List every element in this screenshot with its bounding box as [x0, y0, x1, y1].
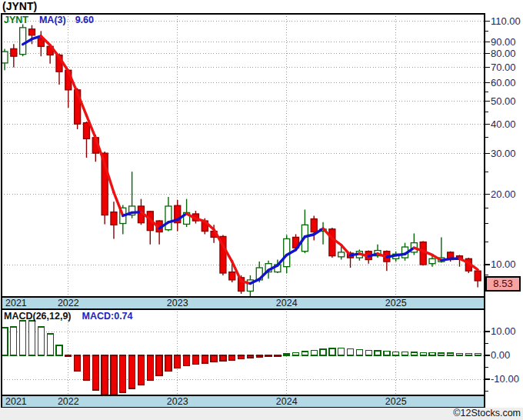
macd-bar	[329, 348, 335, 355]
macd-bar	[411, 352, 417, 355]
candle-body	[229, 272, 235, 280]
macd-bar	[393, 352, 399, 355]
macd-bar	[275, 355, 281, 356]
macd-bar	[301, 352, 308, 355]
macd-bar	[475, 354, 481, 355]
macd-bar	[448, 353, 454, 355]
macd-bar	[120, 355, 126, 392]
year-label: 2021	[5, 298, 27, 308]
footer-strip	[0, 408, 523, 420]
macd-bar	[265, 355, 271, 356]
stock-chart-svg: 2021202220232024202520212022202320242025…	[0, 0, 523, 420]
macd-bar	[457, 353, 463, 355]
price-axis-label: 90.00	[491, 36, 516, 48]
macd-bar	[47, 334, 53, 355]
price-axis-label: 10.00	[491, 258, 516, 270]
ma-line-segment	[132, 212, 142, 213]
macd-bar	[420, 352, 426, 355]
price-axis-label: 30.00	[491, 148, 516, 159]
macd-bar	[102, 355, 108, 395]
price-axis-label: 80.00	[491, 48, 516, 59]
macd-bar	[65, 355, 72, 357]
year-label: 2021	[5, 396, 27, 407]
chart-page: 2021202220232024202520212022202320242025…	[0, 0, 523, 420]
last-price-label: 8.53	[493, 278, 512, 289]
candle-body	[11, 48, 17, 56]
candle-body	[429, 258, 435, 263]
macd-bar	[384, 352, 390, 355]
macd-bar	[20, 321, 26, 355]
macd-bar	[229, 355, 235, 360]
copyright-watermark: ©12Stocks.com	[453, 408, 521, 418]
candle-body	[475, 271, 481, 281]
macd-bar	[2, 328, 8, 355]
year-label: 2025	[385, 396, 407, 407]
ma-label: MA(3)	[39, 15, 66, 25]
candle-body	[338, 252, 345, 257]
macd-bar	[356, 350, 362, 355]
macd-bar	[348, 348, 354, 355]
macd-bar	[165, 355, 172, 371]
price-axis-label: 40.00	[491, 118, 516, 130]
macd-bar	[247, 355, 253, 358]
year-label: 2023	[167, 396, 188, 407]
ma-value: 9.60	[75, 15, 94, 25]
candle-body	[83, 123, 89, 139]
price-axis-label: 70.00	[491, 62, 516, 73]
macd-bar	[220, 355, 226, 361]
macd-current-value: MACD:0.74	[82, 311, 133, 322]
macd-bar	[138, 355, 144, 385]
macd-bar	[111, 355, 117, 395]
macd-bar	[338, 348, 345, 355]
macd-bar	[429, 353, 435, 355]
ma-line-segment	[387, 255, 396, 257]
macd-bar	[38, 327, 44, 355]
candle-body	[28, 29, 35, 35]
year-label: 2022	[58, 396, 79, 407]
price-axis-label: 50.00	[491, 95, 516, 107]
macd-bar	[92, 355, 98, 390]
macd-bar	[129, 355, 135, 388]
candle-body	[329, 229, 335, 256]
price-axis-label: 110.00	[491, 15, 521, 27]
candle-body	[2, 52, 8, 63]
macd-bar	[375, 351, 381, 355]
price-panel-frame	[2, 14, 485, 297]
ticker-symbol-label: JYNT	[4, 15, 28, 25]
macd-bar	[465, 354, 471, 355]
year-label: 2024	[276, 298, 298, 308]
price-axis-label: 20.00	[491, 188, 516, 200]
macd-bar	[175, 355, 181, 368]
macd-params-label: MACD(26,12,9)	[4, 311, 72, 322]
year-label: 2024	[276, 396, 298, 407]
macd-bar	[75, 355, 81, 371]
macd-bar	[147, 355, 153, 380]
price-legend: JYNTMA(3)9.60	[4, 15, 94, 25]
macd-bar	[438, 353, 445, 355]
macd-bar	[256, 355, 262, 357]
macd-legend: MACD(26,12,9)MACD:0.74	[4, 311, 133, 322]
macd-axis-label: -10.00	[491, 373, 519, 385]
macd-axis-label: 0.00	[491, 349, 510, 361]
macd-bar	[184, 355, 190, 366]
macd-bar	[238, 355, 245, 359]
macd-bar	[311, 350, 317, 355]
ma-line-segment	[351, 254, 360, 255]
year-label: 2025	[385, 298, 407, 308]
candle-body	[165, 206, 172, 230]
macd-bar	[293, 353, 299, 355]
macd-bar	[192, 355, 198, 364]
macd-bar	[284, 354, 290, 355]
macd-bar	[365, 350, 371, 355]
macd-axis-label: 10.00	[491, 325, 516, 337]
candle-body	[20, 28, 26, 55]
macd-bar	[202, 355, 208, 363]
price-axis-label: 60.00	[491, 77, 516, 88]
ma-line-segment	[441, 258, 451, 260]
year-label: 2022	[58, 298, 79, 308]
macd-bar	[320, 349, 326, 355]
ma-line-segment	[396, 254, 405, 255]
macd-bar	[83, 355, 89, 380]
page-title: (JYNT)	[2, 0, 37, 12]
year-label: 2023	[167, 298, 188, 308]
